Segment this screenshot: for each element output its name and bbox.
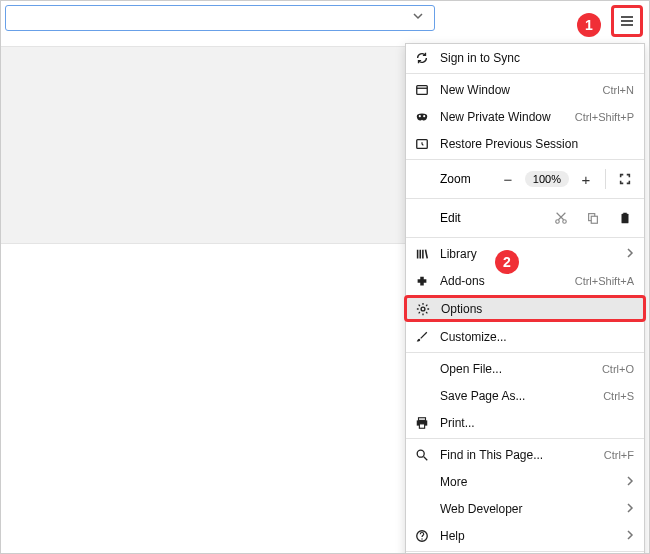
menu-web-developer[interactable]: Web Developer bbox=[406, 495, 644, 522]
svg-rect-0 bbox=[417, 85, 428, 94]
chevron-right-icon bbox=[626, 247, 634, 261]
menu-separator bbox=[406, 237, 644, 238]
gear-icon bbox=[415, 301, 431, 317]
menu-print[interactable]: Print... bbox=[406, 409, 644, 436]
menu-item-label: Sign in to Sync bbox=[440, 51, 634, 65]
addons-icon bbox=[414, 273, 430, 289]
menu-item-label: More bbox=[440, 475, 620, 489]
menu-separator bbox=[406, 438, 644, 439]
window-icon bbox=[414, 82, 430, 98]
menu-options[interactable]: Options bbox=[404, 295, 646, 322]
svg-point-11 bbox=[421, 307, 425, 311]
paintbrush-icon bbox=[414, 329, 430, 345]
zoom-label: Zoom bbox=[414, 172, 474, 186]
restore-icon bbox=[414, 136, 430, 152]
chevron-down-icon[interactable] bbox=[412, 10, 428, 26]
url-bar[interactable] bbox=[5, 5, 435, 31]
zoom-controls: − 100% + bbox=[474, 168, 636, 190]
menu-open-file[interactable]: Open File... Ctrl+O bbox=[406, 355, 644, 382]
app-menu-panel: Sign in to Sync New Window Ctrl+N New Pr… bbox=[405, 43, 645, 554]
menu-item-label: Help bbox=[440, 529, 620, 543]
paste-icon[interactable] bbox=[616, 209, 634, 227]
svg-rect-10 bbox=[623, 213, 627, 215]
edit-controls bbox=[474, 209, 636, 227]
svg-rect-8 bbox=[591, 216, 597, 223]
menu-help[interactable]: Help bbox=[406, 522, 644, 549]
toolbar: 1 bbox=[1, 1, 649, 41]
menu-item-shortcut: Ctrl+Shift+A bbox=[575, 275, 634, 287]
menu-item-shortcut: Ctrl+F bbox=[604, 449, 634, 461]
menu-more[interactable]: More bbox=[406, 468, 644, 495]
annotation-badge-1: 1 bbox=[577, 13, 601, 37]
zoom-out-button[interactable]: − bbox=[497, 168, 519, 190]
zoom-level[interactable]: 100% bbox=[525, 171, 569, 187]
menu-separator bbox=[406, 73, 644, 74]
mask-icon bbox=[414, 109, 430, 125]
svg-point-5 bbox=[556, 220, 560, 224]
search-icon bbox=[414, 447, 430, 463]
menu-item-label: Open File... bbox=[440, 362, 596, 376]
menu-zoom-row: Zoom − 100% + bbox=[406, 162, 644, 196]
chevron-right-icon bbox=[626, 502, 634, 516]
edit-label: Edit bbox=[414, 211, 474, 225]
menu-item-shortcut: Ctrl+S bbox=[603, 390, 634, 402]
svg-line-16 bbox=[424, 456, 428, 460]
menu-item-label: Library bbox=[440, 247, 620, 261]
menu-item-shortcut: Ctrl+O bbox=[602, 363, 634, 375]
fullscreen-icon[interactable] bbox=[614, 168, 636, 190]
svg-point-15 bbox=[417, 450, 424, 457]
menu-customize[interactable]: Customize... bbox=[406, 323, 644, 350]
menu-separator bbox=[406, 352, 644, 353]
menu-separator bbox=[406, 159, 644, 160]
menu-edit-row: Edit bbox=[406, 201, 644, 235]
svg-point-3 bbox=[423, 115, 425, 117]
chevron-right-icon bbox=[626, 475, 634, 489]
zoom-in-button[interactable]: + bbox=[575, 168, 597, 190]
svg-point-6 bbox=[563, 220, 567, 224]
menu-item-shortcut: Ctrl+Shift+P bbox=[575, 111, 634, 123]
page-content-area bbox=[1, 46, 406, 244]
svg-point-18 bbox=[421, 538, 422, 539]
menu-separator bbox=[406, 198, 644, 199]
menu-find[interactable]: Find in This Page... Ctrl+F bbox=[406, 441, 644, 468]
menu-sign-in-to-sync[interactable]: Sign in to Sync bbox=[406, 44, 644, 71]
menu-new-window[interactable]: New Window Ctrl+N bbox=[406, 76, 644, 103]
menu-item-label: Add-ons bbox=[440, 274, 569, 288]
menu-item-label: New Private Window bbox=[440, 110, 569, 124]
hamburger-menu-button[interactable] bbox=[611, 5, 643, 37]
menu-addons[interactable]: Add-ons Ctrl+Shift+A bbox=[406, 267, 644, 294]
menu-item-label: New Window bbox=[440, 83, 597, 97]
menu-item-shortcut: Ctrl+N bbox=[603, 84, 634, 96]
cut-icon[interactable] bbox=[552, 209, 570, 227]
print-icon bbox=[414, 415, 430, 431]
menu-item-label: Restore Previous Session bbox=[440, 137, 634, 151]
annotation-badge-2: 2 bbox=[495, 250, 519, 274]
menu-item-label: Customize... bbox=[440, 330, 634, 344]
menu-item-label: Save Page As... bbox=[440, 389, 597, 403]
svg-point-2 bbox=[419, 115, 421, 117]
svg-rect-9 bbox=[622, 214, 629, 224]
menu-save-page[interactable]: Save Page As... Ctrl+S bbox=[406, 382, 644, 409]
chevron-right-icon bbox=[626, 529, 634, 543]
menu-library[interactable]: Library bbox=[406, 240, 644, 267]
menu-separator bbox=[406, 551, 644, 552]
menu-restore-session[interactable]: Restore Previous Session bbox=[406, 130, 644, 157]
menu-item-label: Web Developer bbox=[440, 502, 620, 516]
sync-icon bbox=[414, 50, 430, 66]
svg-rect-14 bbox=[419, 423, 424, 427]
library-icon bbox=[414, 246, 430, 262]
menu-new-private-window[interactable]: New Private Window Ctrl+Shift+P bbox=[406, 103, 644, 130]
svg-rect-12 bbox=[419, 417, 426, 420]
menu-item-label: Options bbox=[441, 302, 633, 316]
menu-item-label: Print... bbox=[440, 416, 634, 430]
separator bbox=[605, 169, 606, 189]
menu-item-label: Find in This Page... bbox=[440, 448, 598, 462]
copy-icon[interactable] bbox=[584, 209, 602, 227]
help-icon bbox=[414, 528, 430, 544]
